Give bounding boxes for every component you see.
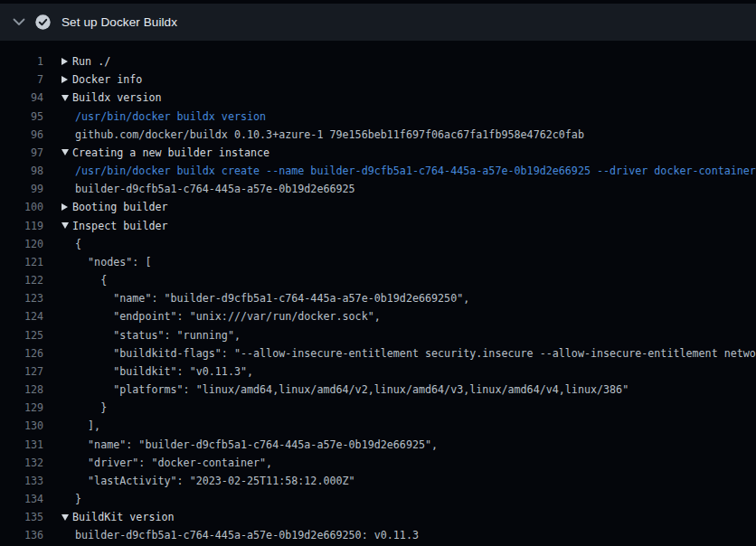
line-number[interactable]: 129 xyxy=(0,399,43,417)
log-line: 132 "driver": "docker-container", xyxy=(0,454,756,472)
log-line: 119Inspect builder xyxy=(0,217,756,235)
log-group-title: Creating a new builder instance xyxy=(72,144,269,162)
line-number[interactable]: 128 xyxy=(0,381,43,399)
line-number[interactable]: 122 xyxy=(0,271,43,289)
log-line: 126 "buildkitd-flags": "--allow-insecure… xyxy=(0,344,756,362)
line-number[interactable]: 124 xyxy=(0,307,43,325)
line-number[interactable]: 126 xyxy=(0,344,43,362)
log-output-text: builder-d9cfb5a1-c764-445a-a57e-0b19d2e6… xyxy=(43,526,756,544)
log-line: 94Buildx version xyxy=(0,89,756,107)
log-output-text: ], xyxy=(43,417,756,435)
step-title: Set up Docker Buildx xyxy=(61,15,177,29)
line-number[interactable]: 120 xyxy=(0,235,43,253)
line-number[interactable]: 95 xyxy=(0,108,43,126)
log-group-toggle[interactable]: Creating a new builder instance xyxy=(43,144,756,162)
log-line: 125 "status": "running", xyxy=(0,326,756,344)
log-output-text: } xyxy=(43,399,756,417)
log-line: 123 "name": "builder-d9cfb5a1-c764-445a-… xyxy=(0,289,756,307)
log-group-title: Inspect builder xyxy=(72,217,168,235)
log-output-text: "platforms": "linux/amd64,linux/amd64/v2… xyxy=(43,381,756,399)
triangle-down-icon[interactable] xyxy=(61,149,72,155)
log-output-text: builder-d9cfb5a1-c764-445a-a57e-0b19d2e6… xyxy=(43,180,756,198)
triangle-right-icon[interactable] xyxy=(61,203,72,211)
log-line: 129 } xyxy=(0,399,756,417)
log-output-text: } xyxy=(43,490,756,508)
line-number[interactable]: 132 xyxy=(0,454,43,472)
line-number[interactable]: 130 xyxy=(0,417,43,435)
chevron-down-icon[interactable] xyxy=(13,18,25,26)
log-line: 130 ], xyxy=(0,417,756,435)
log-line: 127 "buildkit": "v0.11.3", xyxy=(0,362,756,381)
log-line: 96github.com/docker/buildx 0.10.3+azure-… xyxy=(0,126,756,144)
log-group-toggle[interactable]: BuildKit version xyxy=(43,508,756,526)
log-line: 120{ xyxy=(0,235,756,253)
log-line: 97Creating a new builder instance xyxy=(0,144,756,162)
log-command-text: /usr/bin/docker buildx create --name bui… xyxy=(43,162,756,180)
log-output-text: "endpoint": "unix:///var/run/docker.sock… xyxy=(43,307,756,325)
log-line: 133 "lastActivity": "2023-02-25T11:58:12… xyxy=(0,472,756,490)
line-number[interactable]: 97 xyxy=(0,144,43,162)
log-group-title: BuildKit version xyxy=(72,508,175,526)
log-group-toggle[interactable]: Inspect builder xyxy=(43,217,756,235)
log-line: 98/usr/bin/docker buildx create --name b… xyxy=(0,162,756,180)
log-output-text: "status": "running", xyxy=(43,326,756,344)
line-number[interactable]: 131 xyxy=(0,436,43,454)
line-number[interactable]: 133 xyxy=(0,472,43,490)
line-number[interactable]: 7 xyxy=(0,71,43,89)
triangle-down-icon[interactable] xyxy=(61,222,72,229)
log-line: 135BuildKit version xyxy=(0,508,756,526)
log-output-text: { xyxy=(43,235,756,253)
line-number[interactable]: 1 xyxy=(0,52,43,71)
triangle-down-icon[interactable] xyxy=(61,514,72,521)
line-number[interactable]: 98 xyxy=(0,162,43,180)
log-line: 124 "endpoint": "unix:///var/run/docker.… xyxy=(0,307,756,325)
line-number[interactable]: 136 xyxy=(0,526,43,544)
log-output-text: "name": "builder-d9cfb5a1-c764-445a-a57e… xyxy=(43,289,756,307)
triangle-down-icon[interactable] xyxy=(61,95,72,101)
line-number[interactable]: 121 xyxy=(0,253,43,271)
line-number[interactable]: 135 xyxy=(0,508,43,526)
log-line: 136builder-d9cfb5a1-c764-445a-a57e-0b19d… xyxy=(0,526,756,544)
line-number[interactable]: 134 xyxy=(0,490,43,508)
log-group-title: Buildx version xyxy=(72,89,162,107)
line-number[interactable]: 100 xyxy=(0,198,43,216)
log-group-toggle[interactable]: Booting builder xyxy=(43,198,756,216)
line-number[interactable]: 127 xyxy=(0,362,43,381)
log-output-text: "name": "builder-d9cfb5a1-c764-445a-a57e… xyxy=(43,436,756,454)
log-line: 100Booting builder xyxy=(0,198,756,216)
log-line: 99builder-d9cfb5a1-c764-445a-a57e-0b19d2… xyxy=(0,180,756,198)
log-line: 95/usr/bin/docker buildx version xyxy=(0,108,756,126)
log-group-toggle[interactable]: Run ./ xyxy=(43,52,756,71)
triangle-right-icon[interactable] xyxy=(61,76,72,83)
log-output-text: "lastActivity": "2023-02-25T11:58:12.000… xyxy=(43,472,756,490)
log-group-title: Run ./ xyxy=(72,52,110,71)
line-number[interactable]: 96 xyxy=(0,126,43,144)
log-line: 122 { xyxy=(0,271,756,289)
check-circle-icon xyxy=(35,14,51,30)
line-number[interactable]: 123 xyxy=(0,289,43,307)
line-number[interactable]: 99 xyxy=(0,180,43,198)
log-output-text: "buildkit": "v0.11.3", xyxy=(43,362,756,381)
log-output-text: "nodes": [ xyxy=(43,253,756,271)
log-line: 128 "platforms": "linux/amd64,linux/amd6… xyxy=(0,381,756,399)
line-number[interactable]: 119 xyxy=(0,217,43,235)
log-line: 121 "nodes": [ xyxy=(0,253,756,271)
line-number[interactable]: 125 xyxy=(0,326,43,344)
log-group-toggle[interactable]: Buildx version xyxy=(43,89,756,107)
log-group-title: Booting builder xyxy=(72,198,168,216)
log-line: 131 "name": "builder-d9cfb5a1-c764-445a-… xyxy=(0,436,756,454)
log-group-toggle[interactable]: Docker info xyxy=(43,71,756,89)
log-output-text: "driver": "docker-container", xyxy=(43,454,756,472)
log-group-title: Docker info xyxy=(72,71,142,89)
log-output-text: github.com/docker/buildx 0.10.3+azure-1 … xyxy=(43,126,756,144)
line-number[interactable]: 94 xyxy=(0,89,43,107)
log-output-text: { xyxy=(43,271,756,289)
log-viewer: 1Run ./7Docker info94Buildx version95/us… xyxy=(0,41,756,545)
log-line: 1Run ./ xyxy=(0,52,756,71)
log-output-text: "buildkitd-flags": "--allow-insecure-ent… xyxy=(43,344,756,362)
log-line: 7Docker info xyxy=(0,71,756,89)
step-header[interactable]: Set up Docker Buildx xyxy=(0,4,756,41)
log-line: 134} xyxy=(0,490,756,508)
triangle-right-icon[interactable] xyxy=(61,58,72,65)
log-command-text: /usr/bin/docker buildx version xyxy=(43,108,756,126)
